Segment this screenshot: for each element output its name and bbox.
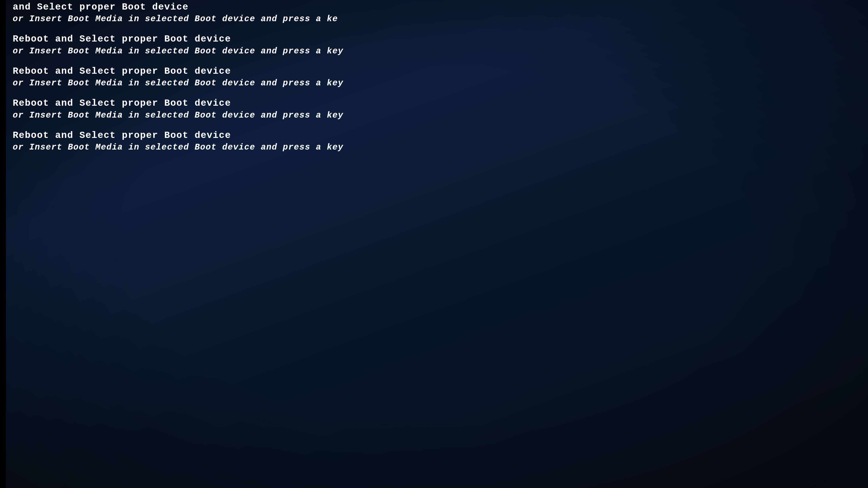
boot-message-4: Reboot and Select proper Boot device or … bbox=[13, 129, 855, 153]
boot-message-1: Reboot and Select proper Boot device or … bbox=[13, 33, 855, 57]
block3-line1: Reboot and Select proper Boot device bbox=[13, 97, 855, 109]
partial-line2: or Insert Boot Media in selected Boot de… bbox=[13, 13, 855, 25]
block3-line2: or Insert Boot Media in selected Boot de… bbox=[13, 110, 855, 121]
block1-line2: or Insert Boot Media in selected Boot de… bbox=[13, 45, 855, 57]
boot-message-3: Reboot and Select proper Boot device or … bbox=[13, 97, 855, 121]
screen-content: and Select proper Boot device or Insert … bbox=[13, 0, 855, 488]
boot-message-2: Reboot and Select proper Boot device or … bbox=[13, 65, 855, 89]
block4-line2: or Insert Boot Media in selected Boot de… bbox=[13, 142, 855, 153]
bezel-left bbox=[0, 0, 6, 488]
block2-line2: or Insert Boot Media in selected Boot de… bbox=[13, 77, 855, 89]
boot-message-partial: and Select proper Boot device or Insert … bbox=[13, 0, 855, 25]
partial-line1: and Select proper Boot device bbox=[13, 1, 855, 13]
block1-line1: Reboot and Select proper Boot device bbox=[13, 33, 855, 45]
block2-line1: Reboot and Select proper Boot device bbox=[13, 65, 855, 77]
bios-screen: and Select proper Boot device or Insert … bbox=[0, 0, 868, 488]
block4-line1: Reboot and Select proper Boot device bbox=[13, 129, 855, 142]
